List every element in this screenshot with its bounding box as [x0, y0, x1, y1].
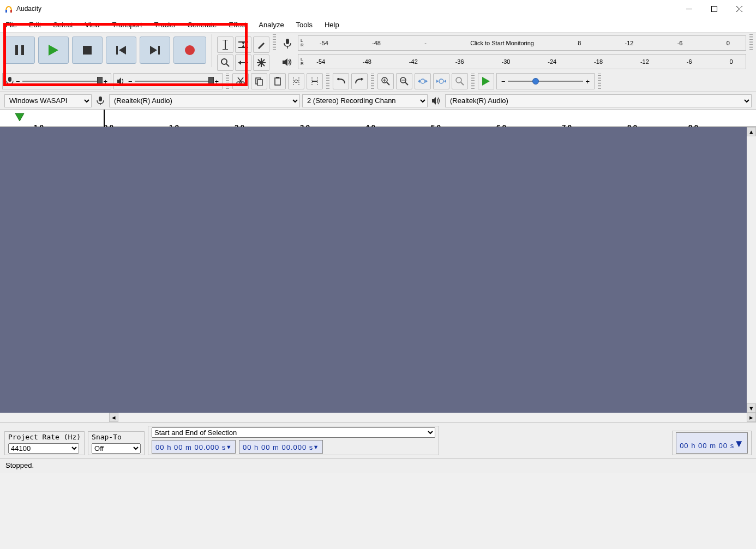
- draw-tool[interactable]: [253, 37, 269, 53]
- skip-end-button[interactable]: [140, 37, 170, 64]
- svg-rect-42: [275, 78, 280, 85]
- svg-marker-35: [117, 77, 121, 85]
- zoom-tool[interactable]: [217, 55, 233, 71]
- recording-device-select[interactable]: (Realtek(R) Audio): [109, 94, 300, 107]
- menubar: File Edit Select View Transport Tracks G…: [0, 17, 756, 33]
- vertical-scrollbar[interactable]: ▴ ▾: [747, 127, 756, 413]
- svg-marker-21: [242, 45, 245, 47]
- menu-select[interactable]: Select: [53, 21, 73, 29]
- meter-lr-label: LR: [301, 57, 304, 66]
- selection-tool[interactable]: [217, 37, 233, 53]
- speaker-icon: [117, 77, 126, 85]
- svg-marker-60: [425, 80, 428, 83]
- statusbar: Stopped.: [0, 458, 756, 473]
- menu-effect[interactable]: Effect: [229, 21, 247, 29]
- toolbar-grip[interactable]: [371, 74, 374, 89]
- separator: [212, 34, 214, 67]
- project-rate-select[interactable]: 44100: [8, 443, 79, 454]
- stop-button[interactable]: [72, 37, 103, 64]
- svg-rect-7: [21, 45, 24, 55]
- menu-view[interactable]: View: [85, 21, 100, 29]
- envelope-tool[interactable]: [235, 37, 251, 53]
- copy-button[interactable]: [251, 73, 267, 89]
- transport-toolbar: [2, 34, 208, 66]
- scroll-down-button[interactable]: ▾: [747, 403, 756, 413]
- menu-help[interactable]: Help: [325, 21, 339, 29]
- meter-click-monitor[interactable]: Click to Start Monitoring: [470, 40, 534, 46]
- svg-point-14: [185, 45, 195, 55]
- menu-generate[interactable]: Generate: [187, 21, 217, 29]
- selection-start-field[interactable]: 00 h 00 m 00.000 s▾: [152, 440, 236, 454]
- selection-end-field[interactable]: 00 h 00 m 00.000 s▾: [239, 440, 323, 454]
- recording-meter[interactable]: LR -54 -48 - Click to Start Monitoring 8…: [298, 35, 746, 51]
- selection-mode-select[interactable]: Start and End of Selection: [152, 427, 435, 438]
- skip-start-button[interactable]: [106, 37, 136, 64]
- meter-tick: -12: [625, 40, 634, 46]
- meter-tick: -48: [363, 58, 371, 65]
- playback-speed-slider[interactable]: − +: [496, 73, 595, 89]
- toolbar-grip[interactable]: [326, 74, 329, 89]
- svg-rect-31: [286, 39, 289, 44]
- zoom-out-button[interactable]: [396, 73, 412, 89]
- mic-icon[interactable]: [279, 35, 296, 52]
- plus-label: +: [214, 77, 219, 86]
- menu-file[interactable]: File: [5, 21, 17, 29]
- svg-marker-59: [418, 80, 420, 83]
- playback-meter[interactable]: LR -54 -48 -42 -36 -30 -24 -18 -12 -6 0: [298, 54, 746, 69]
- toolbar-grip[interactable]: [749, 34, 753, 50]
- trim-button[interactable]: [288, 73, 304, 89]
- silence-button[interactable]: [307, 73, 323, 89]
- menu-tools[interactable]: Tools: [296, 21, 313, 29]
- svg-marker-11: [119, 46, 126, 55]
- paste-button[interactable]: [269, 73, 286, 89]
- plus-label: +: [585, 77, 590, 86]
- play-at-speed-button[interactable]: [478, 73, 494, 89]
- play-button[interactable]: [38, 37, 69, 64]
- playback-volume-slider[interactable]: − +: [113, 73, 223, 89]
- timeshift-tool[interactable]: [235, 55, 251, 71]
- toolbar-grip[interactable]: [598, 74, 601, 89]
- multi-tool[interactable]: [253, 55, 269, 71]
- zoom-toggle-button[interactable]: [452, 73, 468, 89]
- timeline-ruler[interactable]: 1.0 0.0 1.0 2.0 3.0 4.0 5.0 6.0 7.0 8.0 …: [0, 110, 756, 127]
- speaker-icon[interactable]: [279, 54, 296, 70]
- scroll-right-button[interactable]: ▸: [747, 413, 756, 422]
- toolbar-grip[interactable]: [226, 74, 229, 89]
- menu-tracks[interactable]: Tracks: [154, 21, 176, 29]
- recording-volume-slider[interactable]: − +: [2, 73, 111, 89]
- zoom-in-button[interactable]: [377, 73, 394, 89]
- undo-button[interactable]: [333, 73, 349, 89]
- fit-project-button[interactable]: [433, 73, 449, 89]
- toolbar-grip[interactable]: [273, 34, 276, 50]
- minimize-button[interactable]: [676, 0, 701, 17]
- pause-button[interactable]: [4, 37, 35, 64]
- menu-edit[interactable]: Edit: [29, 21, 41, 29]
- menu-transport[interactable]: Transport: [112, 21, 142, 29]
- tracks-area[interactable]: ▴ ▾: [0, 127, 756, 413]
- playback-device-select[interactable]: (Realtek(R) Audio): [445, 94, 752, 107]
- audio-host-select[interactable]: Windows WASAPI: [4, 94, 92, 107]
- snap-to-select[interactable]: Off: [92, 443, 141, 454]
- meter-tick: -6: [687, 58, 692, 65]
- recording-channels-select[interactable]: 2 (Stereo) Recording Chann: [302, 94, 428, 107]
- svg-rect-43: [276, 77, 279, 79]
- menu-analyze[interactable]: Analyze: [259, 21, 284, 29]
- record-button[interactable]: [173, 37, 206, 64]
- playhead-cursor: [104, 110, 105, 126]
- horizontal-scrollbar[interactable]: ◂ ▸: [0, 413, 756, 422]
- svg-rect-41: [257, 80, 262, 86]
- close-button[interactable]: [727, 0, 752, 17]
- scroll-left-button[interactable]: ◂: [109, 413, 118, 422]
- toolbar-grip[interactable]: [471, 74, 475, 89]
- maximize-button[interactable]: [701, 0, 727, 17]
- scroll-up-button[interactable]: ▴: [747, 127, 756, 136]
- redo-button[interactable]: [351, 73, 368, 89]
- cut-button[interactable]: [232, 73, 249, 89]
- svg-rect-10: [116, 46, 118, 55]
- audio-position-field[interactable]: 00 h 00 m 00 s▾: [676, 432, 748, 454]
- svg-rect-67: [99, 96, 102, 101]
- svg-marker-20: [242, 42, 245, 45]
- app-logo-icon: [4, 4, 13, 13]
- svg-point-58: [421, 79, 425, 83]
- fit-selection-button[interactable]: [415, 73, 431, 89]
